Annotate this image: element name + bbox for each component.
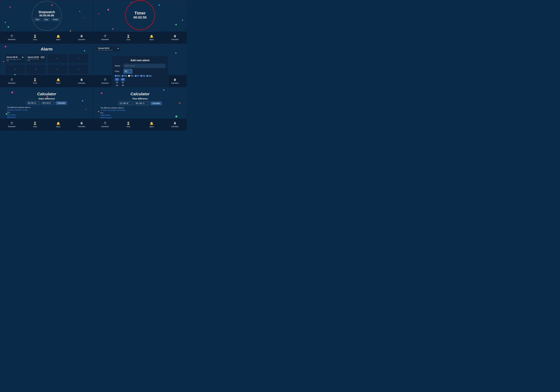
calc-nav-stopwatch[interactable]: ⏱ Stopwatch [0,119,23,131]
alarm1-name: Alarm1 00:00 [28,56,39,58]
alarm-nav-stopwatch[interactable]: ⏱ Stopwatch [0,75,23,87]
min-45[interactable]: 45 [121,84,125,87]
calc-dates-result-line2: It is: [7,111,86,114]
date-input-1[interactable] [26,101,40,105]
day-sun-checkbox[interactable] [146,75,148,77]
day-thu-label: Thu [130,75,133,77]
timer-nav-calculator-icon: 🖩 [173,34,177,38]
calc-time-calculate-button[interactable]: Calculate [150,101,161,105]
alarm-add-6[interactable]: + [26,64,46,74]
alarm-add-3[interactable]: + [47,54,68,64]
nav-stopwatch[interactable]: ⏱ Stopwatch [0,31,23,43]
day-fri[interactable]: Fri [135,75,139,77]
hour-17[interactable]: 17 [115,78,119,81]
alarm-nav-timer[interactable]: ⌛ Timer [23,75,47,87]
calc-dates-calculate-button[interactable]: Calculate [56,101,67,105]
alarm-name-input[interactable] [123,64,165,68]
alarm-school-edit[interactable]: Edit [6,60,9,61]
timer-nav-calculator[interactable]: 🖩 Calculator [163,31,187,43]
stopwatch-start-button[interactable]: Start [34,18,41,21]
calc-time-subtitle: Time difference [132,98,148,100]
cell-stopwatch: Stopwatch 00:00:06:88 Start Stop Reset ⏱… [0,0,93,44]
calc-nav-timer[interactable]: ⌛ Timer [23,119,47,131]
day-sat-checkbox[interactable] [140,75,142,77]
alarm-nav-calculator-icon: 🖩 [80,78,83,81]
modal-name-row: Name: [115,64,165,68]
day-thu-checkbox[interactable] [128,75,130,77]
calc-time-nav-stopwatch[interactable]: ⏱ Stopwatch [93,119,117,131]
nav-calculator[interactable]: 🖩 Calculator [70,31,93,43]
alarm1-toggle[interactable] [40,56,45,58]
nav-stopwatch-label: Stopwatch [8,39,16,40]
date-input-2[interactable] [41,101,54,105]
alarm-card-school: School 08:30 ● Mon. Tue. Wed. Thu. Fri. … [5,54,25,64]
calc-time-nav-alarm[interactable]: 🔔 Alarm [140,119,163,131]
day-tue[interactable]: Tue [122,75,127,77]
calc-nav-alarm-label: Alarm [56,126,60,128]
alarm-add-4[interactable]: + [68,54,89,64]
hour-18[interactable]: 18 [115,81,119,84]
alarm-nav-alarm[interactable]: 🔔 Alarm [47,75,70,87]
day-sat[interactable]: Sat [140,75,145,77]
alarm-nav-stopwatch-label: Stopwatch [8,82,16,84]
alarm-modal-content: School 08:30 ● Mon. Tue. Wed. Thu. Fri. … [93,44,187,87]
day-sun-label: Sun [149,75,152,77]
alarm-add-5[interactable]: + [5,64,25,74]
day-mon[interactable]: Mon [115,75,120,77]
modal-nav-stopwatch-icon: ⏱ [104,78,107,81]
alarm-card-top-2: Alarm1 00:00 [28,56,45,58]
alarm-add-icon-7: + [56,68,58,71]
min-44[interactable]: 44 [121,81,125,84]
alarm-add-8[interactable]: + [68,64,89,74]
timer-nav-calculator-label: Calculator [171,39,179,40]
school-alarm-days: Mon. Tue. Wed. Thu. Fri. [98,50,119,51]
calc-time-nav-alarm-label: Alarm [150,126,154,128]
stopwatch-stop-button[interactable]: Stop [42,18,50,21]
alarm-nav-calculator[interactable]: 🖩 Calculator [70,75,93,87]
time-input[interactable] [123,69,132,74]
calc-time-nav-timer[interactable]: ⌛ Timer [117,119,140,131]
day-sun[interactable]: Sun [146,75,152,77]
alarm1-edit[interactable]: Edit [28,60,30,61]
timer-nav-stopwatch-icon: ⏱ [104,34,107,38]
day-fri-checkbox[interactable] [135,75,137,77]
day-mon-label: Mon [117,75,120,77]
day-tue-checkbox[interactable] [122,75,123,77]
alarm-add-7[interactable]: + [47,64,68,74]
calc-time-nav-timer-icon: ⌛ [127,121,130,125]
day-thu[interactable]: Thu [128,75,133,77]
timer-nav-icon: ⌛ [33,34,37,38]
time-input-1[interactable] [118,101,133,105]
alarm-nav-timer-icon: ⌛ [33,78,37,81]
minutes-column: 43 44 45 46 47 48 49 [121,78,125,87]
calc-dates-nav-bar: ⏱ Stopwatch ⌛ Timer 🔔 Alarm 🖩 Calculator [0,119,93,131]
calc-nav-alarm[interactable]: 🔔 Alarm [47,119,70,131]
stopwatch-time-display: 00:00:06:88 [39,14,54,17]
calc-nav-calculator-icon: 🖩 [80,121,83,125]
timer-nav-alarm[interactable]: 🔔 Alarm [140,31,163,43]
calc-time-nav-stopwatch-icon: ⏱ [104,121,107,125]
calc-nav-calculator[interactable]: 🖩 Calculator [70,119,93,131]
nav-timer[interactable]: ⌛ Timer [23,31,47,43]
time-input-2[interactable] [134,101,149,105]
timer-nav-timer-icon: ⌛ [127,34,130,38]
timer-nav-stopwatch[interactable]: ⏱ Stopwatch [93,31,117,43]
day-tue-label: Tue [124,75,127,77]
calc-time-title: Calculator [130,92,150,96]
alarm-title: Alarm [41,47,53,51]
stopwatch-reset-button[interactable]: Reset [51,18,60,21]
min-43[interactable]: 43 [121,78,125,81]
hour-19[interactable]: 19 [115,84,119,87]
day-mon-checkbox[interactable] [115,75,117,77]
nav-alarm[interactable]: 🔔 Alarm [47,31,70,43]
timer-nav-timer[interactable]: ⌛ Timer [117,31,140,43]
calc-time-nav-alarm-icon: 🔔 [150,121,153,125]
modal-nav-calculator-icon: 🖩 [173,78,177,81]
nav-calculator-label: Calculator [78,39,85,40]
timer-time-display: 00:02:55 [133,16,147,20]
alarm-add-icon-3: + [56,57,58,60]
calc-time-nav-bar: ⏱ Stopwatch ⌛ Timer 🔔 Alarm 🖩 Calculator [93,119,187,131]
calc-dates-result-months: 887 months [7,114,86,116]
alarm-add-icon-5: + [14,68,16,71]
calc-time-nav-calculator[interactable]: 🖩 Calculator [163,119,187,131]
